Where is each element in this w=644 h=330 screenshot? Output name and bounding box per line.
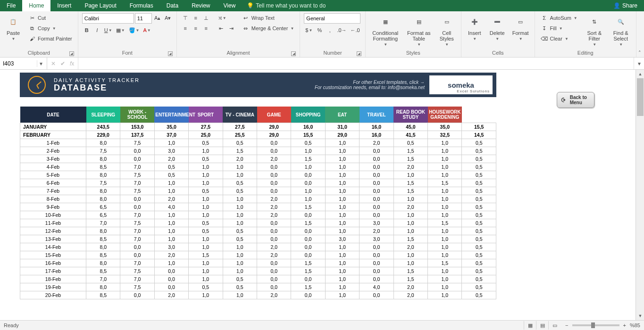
cell[interactable]: 2,0 <box>393 203 427 211</box>
tab-formulas[interactable]: Formulas <box>123 0 160 11</box>
fx-button[interactable]: fx <box>70 60 74 67</box>
cell[interactable]: 7,0 <box>120 163 154 171</box>
cell[interactable]: 0,0 <box>257 267 291 275</box>
cell[interactable]: 0,5 <box>462 211 496 219</box>
cell[interactable]: 0,0 <box>257 275 291 283</box>
date-cell[interactable]: 2-Feb <box>20 147 86 155</box>
cell[interactable]: 1,0 <box>189 171 223 179</box>
cell[interactable]: 0,0 <box>360 155 393 163</box>
cell[interactable]: 6,5 <box>86 211 120 219</box>
cell[interactable]: 7,5 <box>120 267 154 275</box>
cell[interactable]: 35,0 <box>428 123 462 131</box>
cell[interactable]: 8,0 <box>86 283 120 291</box>
expand-formula-bar-button[interactable]: ▾ <box>634 58 644 69</box>
scroll-thumb[interactable] <box>637 78 644 116</box>
cell[interactable]: 7,0 <box>120 235 154 243</box>
underline-button[interactable]: U▼ <box>103 25 114 35</box>
cell[interactable]: 0,0 <box>291 179 325 187</box>
page-break-view-button[interactable]: ▭ <box>548 321 560 330</box>
date-cell[interactable]: 6-Feb <box>20 179 86 187</box>
clipboard-launcher[interactable]: ◢ <box>69 51 74 56</box>
percent-button[interactable]: % <box>315 25 324 35</box>
table-row[interactable]: 17-Feb8,57,50,01,01,00,01,51,00,01,51,00… <box>20 267 496 275</box>
cell[interactable]: 0,0 <box>360 179 393 187</box>
cell[interactable]: 8,5 <box>86 235 120 243</box>
cell[interactable]: 2,0 <box>257 251 291 259</box>
cell[interactable]: 0,0 <box>291 211 325 219</box>
delete-cells-button[interactable]: ➖Delete▼ <box>488 13 507 42</box>
cell[interactable]: 1,0 <box>325 259 359 267</box>
cell[interactable]: 0,0 <box>257 187 291 195</box>
normal-view-button[interactable]: ▦ <box>524 321 536 330</box>
cell[interactable]: 8,0 <box>86 195 120 203</box>
cell[interactable]: 0,0 <box>257 139 291 147</box>
cell[interactable]: 1,0 <box>325 179 359 187</box>
cell[interactable]: 1,5 <box>291 259 325 267</box>
cell[interactable]: 0,0 <box>257 179 291 187</box>
number-format-select[interactable] <box>304 13 360 24</box>
cell[interactable]: 1,0 <box>428 187 462 195</box>
cell[interactable]: 2,0 <box>154 251 188 259</box>
cell[interactable]: 3,0 <box>360 219 393 227</box>
cell[interactable]: 37,0 <box>154 131 188 139</box>
cell[interactable]: 1,0 <box>291 163 325 171</box>
date-cell[interactable]: 17-Feb <box>20 267 86 275</box>
banner-msg1[interactable]: For other Excel templates, click → <box>315 80 425 85</box>
cell[interactable]: 1,0 <box>325 195 359 203</box>
summary-row[interactable]: JANUARY243,5153,035,027,527,529,016,031,… <box>20 123 496 131</box>
cell[interactable]: 45,0 <box>393 123 427 131</box>
cell[interactable]: 0,5 <box>462 147 496 155</box>
cell[interactable]: 7,0 <box>120 275 154 283</box>
cell[interactable]: 0,5 <box>291 139 325 147</box>
cell[interactable]: 0,0 <box>120 155 154 163</box>
cell[interactable]: 0,0 <box>257 283 291 291</box>
cell[interactable]: 1,5 <box>393 155 427 163</box>
cell[interactable]: 1,0 <box>189 195 223 203</box>
cell[interactable]: 0,5 <box>462 163 496 171</box>
cell[interactable]: 1,0 <box>223 163 257 171</box>
tab-file[interactable]: File <box>0 0 22 11</box>
cell[interactable]: 0,5 <box>462 251 496 259</box>
cell[interactable]: 1,5 <box>291 267 325 275</box>
date-cell[interactable]: 5-Feb <box>20 171 86 179</box>
cell[interactable]: 1,0 <box>325 171 359 179</box>
cell[interactable]: 2,0 <box>393 291 427 299</box>
cell[interactable]: 31,0 <box>325 123 359 131</box>
cell[interactable]: 0,5 <box>189 139 223 147</box>
cell[interactable]: 27,5 <box>223 123 257 131</box>
cell[interactable]: 3,0 <box>325 235 359 243</box>
cell[interactable]: 1,0 <box>189 259 223 267</box>
cell[interactable]: 0,5 <box>462 267 496 275</box>
cell[interactable]: 1,0 <box>325 139 359 147</box>
cell[interactable]: 0,0 <box>360 195 393 203</box>
cell[interactable]: 6,5 <box>86 203 120 211</box>
date-cell[interactable]: 9-Feb <box>20 203 86 211</box>
cell[interactable]: 7,0 <box>120 227 154 235</box>
date-cell[interactable]: 15-Feb <box>20 251 86 259</box>
cell[interactable]: 0,0 <box>257 227 291 235</box>
cell[interactable]: 1,0 <box>325 163 359 171</box>
cell[interactable]: 7,5 <box>120 187 154 195</box>
cell[interactable]: 0,0 <box>120 195 154 203</box>
wrap-text-button[interactable]: ↩Wrap Text <box>240 13 296 23</box>
cell[interactable]: 1,5 <box>291 283 325 291</box>
cell[interactable]: 1,0 <box>428 251 462 259</box>
table-row[interactable]: 13-Feb8,57,01,01,00,50,00,03,03,01,51,00… <box>20 235 496 243</box>
font-launcher[interactable]: ◢ <box>168 51 173 56</box>
cell[interactable]: 0,5 <box>462 219 496 227</box>
cell[interactable]: 1,5 <box>291 203 325 211</box>
cell[interactable]: 0,5 <box>462 171 496 179</box>
cell[interactable]: 1,0 <box>393 259 427 267</box>
cell[interactable]: 7,5 <box>86 179 120 187</box>
cell[interactable]: 7,5 <box>120 283 154 291</box>
cell[interactable]: 0,0 <box>360 267 393 275</box>
cell[interactable]: 1,0 <box>325 147 359 155</box>
cell[interactable]: 8,5 <box>86 291 120 299</box>
font-size-select[interactable] <box>135 13 152 24</box>
formula-input[interactable] <box>78 58 634 69</box>
cell[interactable]: 3,0 <box>360 235 393 243</box>
cell[interactable]: 1,0 <box>154 211 188 219</box>
cell[interactable]: 1,0 <box>393 195 427 203</box>
cell[interactable]: 0,0 <box>360 203 393 211</box>
cell[interactable]: 1,0 <box>325 203 359 211</box>
